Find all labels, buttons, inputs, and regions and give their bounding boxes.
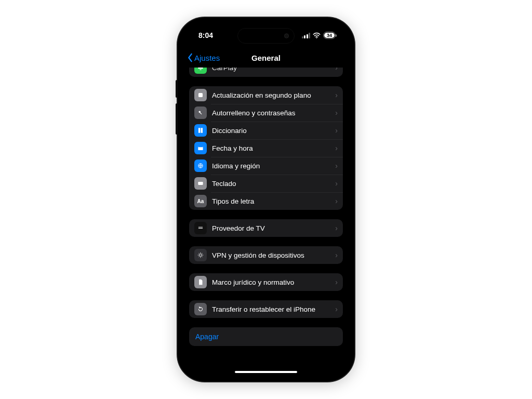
globe-icon bbox=[194, 159, 207, 172]
font-icon: Aa bbox=[194, 195, 207, 207]
group-vpn: VPN y gestión de dispositivos › bbox=[189, 246, 343, 264]
chevron-right-icon: › bbox=[335, 197, 338, 205]
svg-rect-1 bbox=[198, 68, 203, 69]
iphone-frame: 8:04 34 bbox=[178, 18, 354, 381]
keyboard-icon bbox=[194, 177, 207, 190]
carplay-icon bbox=[194, 68, 207, 74]
refresh-icon bbox=[194, 89, 207, 101]
row-tvprovider[interactable]: Proveedor de TV › bbox=[189, 219, 343, 237]
group-transfer: Transferir o restablecer el iPhone › bbox=[189, 300, 343, 318]
row-label: Actualización en segundo plano bbox=[212, 91, 330, 99]
row-label: Marco jurídico y normativo bbox=[212, 278, 330, 286]
book-icon bbox=[194, 124, 207, 137]
shutdown-label: Apagar bbox=[195, 332, 219, 341]
svg-rect-7 bbox=[198, 146, 203, 147]
tv-icon bbox=[194, 222, 207, 234]
reset-icon bbox=[194, 303, 207, 315]
chevron-right-icon: › bbox=[335, 144, 338, 152]
chevron-right-icon: › bbox=[335, 278, 338, 286]
row-dictionary[interactable]: Diccionario › bbox=[189, 122, 343, 139]
row-keyboard[interactable]: Teclado › bbox=[189, 175, 343, 192]
cellular-icon bbox=[302, 33, 311, 38]
row-label: Teclado bbox=[212, 180, 330, 188]
chevron-left-icon bbox=[187, 53, 193, 62]
gear-icon bbox=[194, 249, 207, 261]
row-carplay[interactable]: CarPlay › bbox=[189, 68, 343, 77]
calendar-icon bbox=[194, 142, 207, 154]
row-label: Proveedor de TV bbox=[212, 224, 330, 232]
row-datetime[interactable]: Fecha y hora › bbox=[189, 139, 343, 157]
status-time: 8:04 bbox=[198, 31, 213, 39]
row-label: Diccionario bbox=[212, 127, 330, 135]
chevron-right-icon: › bbox=[335, 91, 338, 99]
battery-icon: 34 bbox=[323, 32, 336, 39]
svg-rect-5 bbox=[200, 112, 202, 115]
svg-point-10 bbox=[200, 254, 202, 257]
row-legal[interactable]: Marco jurídico y normativo › bbox=[189, 273, 343, 291]
back-button[interactable]: Ajustes bbox=[187, 48, 220, 68]
group-main: Actualización en segundo plano › Autorre… bbox=[189, 86, 343, 210]
svg-rect-2 bbox=[200, 70, 202, 70]
key-icon bbox=[194, 107, 207, 119]
chevron-right-icon: › bbox=[335, 126, 338, 135]
chevron-right-icon: › bbox=[335, 179, 338, 188]
row-fonts[interactable]: Aa Tipos de letra › bbox=[189, 192, 343, 210]
chevron-right-icon: › bbox=[335, 68, 338, 72]
back-label: Ajustes bbox=[194, 54, 220, 62]
row-label: VPN y gestión de dispositivos bbox=[212, 251, 330, 259]
chevron-right-icon: › bbox=[335, 109, 338, 117]
row-vpn[interactable]: VPN y gestión de dispositivos › bbox=[189, 246, 343, 264]
group-legal: Marco jurídico y normativo › bbox=[189, 273, 343, 291]
document-icon bbox=[194, 276, 207, 288]
row-label: CarPlay bbox=[212, 68, 330, 72]
chevron-right-icon: › bbox=[335, 162, 338, 170]
screen: 8:04 34 bbox=[183, 23, 349, 376]
svg-rect-9 bbox=[198, 182, 203, 185]
row-label: Idioma y región bbox=[212, 162, 330, 170]
row-label: Autorrelleno y contraseñas bbox=[212, 109, 330, 117]
row-label: Transferir o restablecer el iPhone bbox=[212, 305, 330, 313]
svg-rect-3 bbox=[198, 93, 203, 97]
group-tv: Proveedor de TV › bbox=[189, 219, 343, 237]
battery-percent: 34 bbox=[324, 33, 335, 38]
wifi-icon bbox=[313, 32, 321, 38]
page-title: General bbox=[251, 54, 281, 62]
row-transfer[interactable]: Transferir o restablecer el iPhone › bbox=[189, 300, 343, 318]
row-language[interactable]: Idioma y región › bbox=[189, 157, 343, 175]
navbar: Ajustes General bbox=[183, 48, 349, 68]
chevron-right-icon: › bbox=[335, 305, 338, 313]
row-label: Fecha y hora bbox=[212, 144, 330, 152]
row-bg-refresh[interactable]: Actualización en segundo plano › bbox=[189, 86, 343, 104]
chevron-right-icon: › bbox=[335, 224, 338, 232]
content-scroll[interactable]: CarPlay › Actualización en segundo plano… bbox=[183, 68, 349, 376]
row-autofill[interactable]: Autorrelleno y contraseñas › bbox=[189, 104, 343, 122]
shutdown-button[interactable]: Apagar bbox=[189, 327, 343, 346]
row-label: Tipos de letra bbox=[212, 197, 330, 205]
chevron-right-icon: › bbox=[335, 251, 338, 259]
home-indicator[interactable] bbox=[235, 371, 297, 373]
svg-point-0 bbox=[316, 37, 317, 38]
dynamic-island bbox=[237, 28, 295, 44]
status-right: 34 bbox=[302, 32, 336, 39]
